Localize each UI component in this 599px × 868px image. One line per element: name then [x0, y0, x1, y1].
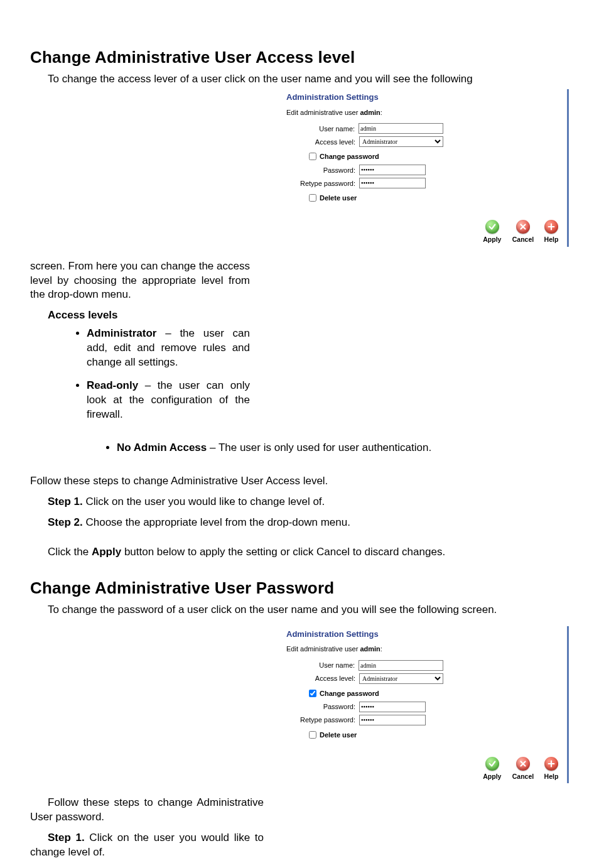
cancel-button[interactable]: Cancel: [509, 220, 537, 244]
access-level-select[interactable]: Administrator: [359, 136, 443, 147]
level-administrator: Administrator – the user can add, edit a…: [87, 327, 250, 370]
intro-password: To change the password of a user click o…: [30, 603, 569, 617]
password-input[interactable]: [359, 165, 426, 175]
label-retype-password: Retype password:: [286, 179, 359, 188]
change-password-label-2: Change password: [320, 689, 379, 698]
password-steps-block: Follow these steps to change Administrat…: [30, 793, 264, 868]
change-password-checkbox-2[interactable]: [309, 690, 316, 697]
label-username-2: User name:: [286, 661, 359, 670]
cancel-button-2[interactable]: Cancel: [509, 757, 537, 781]
username-input[interactable]: [359, 123, 443, 134]
x-icon: [516, 757, 530, 771]
panel-actions-2: Apply Cancel Help: [286, 757, 563, 781]
change-password-label: Change password: [320, 152, 379, 161]
access-level-select-2[interactable]: Administrator: [359, 673, 443, 684]
level-read-only: Read-only – the user can only look at th…: [87, 379, 250, 422]
intro-line-1: To change the access lever of a user cli…: [30, 72, 569, 87]
screenshot-admin-settings-1: Administration Settings Edit administrat…: [283, 89, 569, 247]
change-password-checkbox[interactable]: [309, 153, 316, 160]
heading-change-access-level: Change Administrative User Access level: [30, 46, 569, 68]
screenshot-admin-settings-2: Administration Settings Edit administrat…: [283, 626, 569, 784]
label-password-2: Password:: [286, 702, 359, 712]
label-access-level: Access level:: [286, 138, 359, 147]
label-retype-password-2: Retype password:: [286, 715, 359, 725]
intro-line-2: screen. From here you can change the acc…: [30, 259, 250, 303]
check-icon: [485, 757, 499, 771]
step-1: Step 1. Click on the user you would like…: [48, 495, 569, 509]
step-2: Step 2. Choose the appropriate level fro…: [48, 516, 569, 530]
check-icon: [485, 220, 499, 234]
follow-steps-password: Follow these steps to change Administrat…: [30, 796, 264, 825]
follow-steps-line: Follow these steps to change Administrat…: [30, 474, 569, 489]
help-button-2[interactable]: Help: [539, 757, 563, 781]
panel-title: Administration Settings: [286, 92, 443, 103]
delete-user-label-2: Delete user: [320, 730, 357, 740]
intro-wrap-block: screen. From here you can change the acc…: [30, 257, 250, 431]
delete-user-checkbox[interactable]: [309, 194, 316, 202]
apply-button-2[interactable]: Apply: [478, 757, 507, 781]
label-password: Password:: [286, 166, 359, 175]
label-access-level-2: Access level:: [286, 674, 359, 683]
plus-icon: [544, 757, 558, 771]
panel-subtitle: Edit administrative user admin:: [286, 108, 443, 117]
level-no-admin-access: No Admin Access – The user is only used …: [117, 441, 569, 455]
panel-subtitle-2: Edit administrative user admin:: [286, 644, 443, 654]
help-button[interactable]: Help: [539, 220, 563, 244]
x-icon: [516, 220, 530, 234]
retype-password-input[interactable]: [359, 178, 426, 188]
plus-icon: [544, 220, 558, 234]
username-input-2[interactable]: [359, 660, 443, 671]
apply-button[interactable]: Apply: [478, 220, 507, 244]
password-input-2[interactable]: [359, 702, 426, 712]
access-levels-heading: Access levels: [48, 308, 250, 323]
apply-line-1: Click the Apply button below to apply th…: [30, 545, 569, 560]
heading-change-password: Change Administrative User Password: [30, 577, 569, 599]
delete-user-checkbox-2[interactable]: [309, 731, 316, 739]
delete-user-label: Delete user: [320, 193, 357, 203]
panel-actions: Apply Cancel Help: [286, 220, 563, 244]
panel-title-2: Administration Settings: [286, 629, 443, 640]
label-username: User name:: [286, 124, 359, 134]
retype-password-input-2[interactable]: [359, 715, 426, 725]
pw-step-1: Step 1. Click on the user you would like…: [30, 831, 264, 860]
